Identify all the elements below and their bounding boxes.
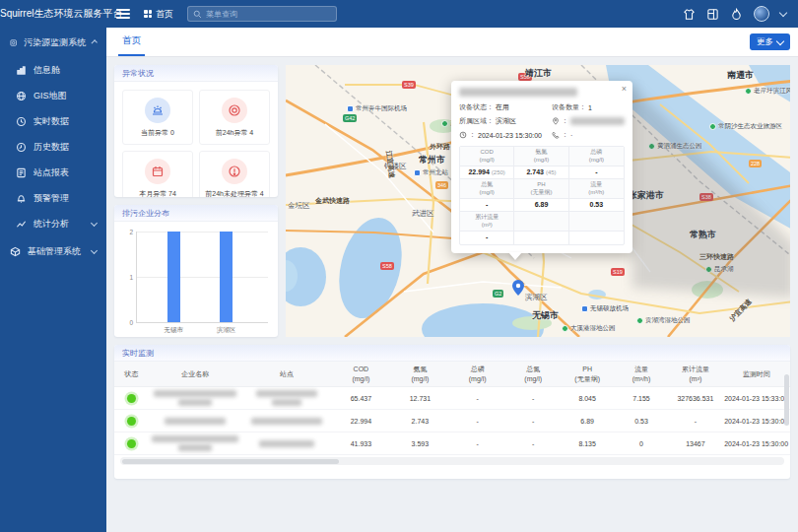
abnormal-status-panel: 异常状况 当前异常 0前24h异常 4本月异常 74前24h未处理异常 4 [114,65,278,197]
company-name-redacted [165,418,226,425]
sidebar-section-1[interactable]: 基础管理系统 [0,236,106,266]
value-cell: 2.743 [391,418,448,425]
status-cell [114,417,148,426]
metric-value-cell: 6.89 [514,199,568,212]
flame-icon[interactable] [730,8,743,21]
poi-green-marker-icon [562,325,568,332]
popup-field-value: 滨湖区 [496,116,516,126]
company-name-cell [148,390,242,406]
map-label-无锡硕放机场: 无锡硕放机场 [581,304,629,313]
map-label-外环路: 外环路 [430,142,450,152]
y-tick-label: 2 [123,229,133,235]
chevron-down-icon [91,219,98,226]
gridline [137,277,268,278]
metric-header-cell [514,212,568,232]
road-badge-S38: S38 [699,193,713,201]
x-category-label: 无锡市 [164,326,183,335]
calendar-icon [145,159,170,184]
map-label-滨湖区: 滨湖区 [525,293,548,302]
metric-value-row: -6.890.53 [460,199,624,212]
menu-search[interactable] [187,6,337,22]
map-label-武进区: 武进区 [412,209,434,219]
y-tick-label: 1 [123,274,133,281]
chart-panel-title: 排污企业分布 [114,205,278,222]
sidebar-item-实时数据[interactable]: 实时数据 [0,108,106,134]
sidebar-item-GIS地图[interactable]: GIS地图 [0,83,106,108]
vertical-scrollbar[interactable] [784,374,789,426]
tab-home[interactable]: 首页 [118,28,145,56]
table-row[interactable]: 65.43712.731--8.0457.155327636.5312024-0… [114,387,790,410]
metric-header-cell: 总氮(mg/l) [460,179,514,199]
map-label-无锡市: 无锡市 [532,309,559,322]
popup-field-label: 设备状态： [459,102,494,112]
abnormal-card-0[interactable]: 当前异常 0 [122,90,193,145]
metric-header-row: 总氮(mg/l)PH(无量纲)流量(m³/h) [460,179,624,199]
sidebar-item-预警管理[interactable]: 预警管理 [0,185,106,211]
column-header-总磷: 总磷(mg/l) [449,365,506,382]
metric-header-cell: 流量(m³/h) [569,179,624,199]
road-badge-S19: S19 [611,268,625,276]
status-cell [114,439,148,448]
metric-value-cell: 0.53 [569,199,624,212]
map-label-老岸圩滨江风光带: 老岸圩滨江风光带 [745,87,790,96]
more-chevron-down-icon [776,36,784,44]
sidebar-item-信息舱[interactable]: 信息舱 [0,57,106,83]
road-badge-228: 228 [749,160,762,167]
location-pin-icon[interactable] [512,280,524,296]
poi-green-marker-icon [441,120,448,127]
grid-icon [144,10,152,18]
popup-field-5: ：· [552,130,625,140]
metric-value-cell: - [460,199,514,212]
abnormal-card-1[interactable]: 前24h异常 4 [199,90,270,145]
abnormal-card-2[interactable]: 本月异常 74 [122,151,193,197]
abnormal-card-3[interactable]: 前24h未处理异常 4 [199,151,270,197]
sidebar-item-label: 预警管理 [33,192,69,205]
poi-green-marker-icon [636,317,643,324]
metric-header-cell: 氨氮(mg/l) [514,147,568,166]
column-header-站点: 站点 [242,369,330,378]
popup-close-icon[interactable]: × [622,85,627,94]
sidebar-item-统计分析[interactable]: 统计分析 [0,211,106,236]
more-button[interactable]: 更多 [750,33,790,50]
sidebar-item-label: 实时数据 [33,115,69,128]
value-cell: - [506,418,561,425]
user-chevron-down-icon[interactable] [779,8,787,16]
popup-field-redacted [570,117,625,125]
map-label-大溪港湿地公园: 大溪港湿地公园 [562,324,616,333]
popup-metrics-table: COD(mg/l)氨氮(mg/l)总磷(mg/l)22.994 (250)2.7… [459,146,625,245]
table-row[interactable]: 41.9333.593--8.1350134672024-01-23 15:30… [114,432,790,455]
value-cell: - [449,440,506,447]
map-canvas[interactable]: 靖江市南通市常州市钟楼区武进区金坛区金武快速路外环路江宜高速常州奔牛国际机场新龙… [286,65,790,337]
search-input[interactable] [206,10,324,19]
breadcrumb-home[interactable]: 首页 [144,8,173,21]
online-status-dot [127,394,136,403]
company-name-redacted [178,444,212,451]
hamburger-menu-icon[interactable] [116,9,130,19]
theme-skin-icon[interactable] [683,8,696,21]
metric-header-cell: COD(mg/l) [460,147,514,166]
map-label-昆承湖: 昆承湖 [705,265,734,274]
sidebar-item-站点报表[interactable]: 站点报表 [0,160,106,185]
metric-header-row: 累计流量(m³) [460,212,624,232]
column-header-氨氮: 氨氮(mg/l) [391,365,448,382]
map-label-常州北站: 常州北站 [414,168,448,177]
company-name-redacted [154,390,236,397]
station-info-popup: × 设备状态：在用设备数量：1所属区域：滨湖区：：2024-01-23 15:3… [451,81,632,253]
sidebar-section-0[interactable]: 污染源监测系统 [0,28,106,57]
horizontal-scrollbar[interactable] [120,457,784,465]
popup-field-value: 2024-01-23 15:30:00 [478,132,542,139]
value-cell: 2024-01-23 15:33:00 [722,395,790,402]
poi-green-marker-icon [705,266,712,273]
road-badge-S39: S39 [402,81,416,89]
table-row[interactable]: 22.9942.743--6.890.53-2024-01-23 15:30:0… [114,410,790,432]
station-name-redacted [272,399,301,406]
column-header-累计流量: 累计流量(m³) [668,365,722,382]
metric-value-cell: 2.743 (45) [514,166,568,179]
user-avatar[interactable] [754,6,769,22]
value-cell: - [506,395,561,402]
sidebar-item-历史数据[interactable]: 历史数据 [0,134,106,160]
layout-screen-icon[interactable] [706,8,719,21]
y-tick-label: 0 [123,319,133,326]
popup-field-1: 设备数量：1 [552,102,625,112]
column-header-总氮: 总氮(mg/l) [506,365,561,382]
